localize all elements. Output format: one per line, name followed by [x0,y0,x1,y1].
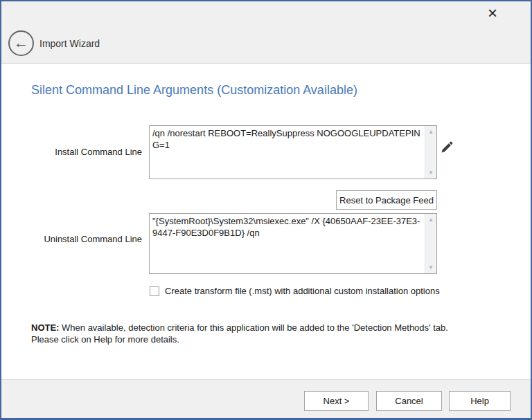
cancel-button[interactable]: Cancel [376,391,442,411]
transform-checkbox[interactable] [150,286,159,296]
scroll-up-icon[interactable]: ▲ [425,214,436,225]
note-text: NOTE: When available, detection criteria… [31,322,511,345]
edit-pencil-icon[interactable] [441,140,453,154]
transform-checkbox-label[interactable]: Create transform file (.mst) with additi… [165,286,440,296]
install-scrollbar[interactable]: ▲ ▼ [425,126,436,179]
page-title: Silent Command Line Arguments (Customiza… [31,83,357,98]
back-button[interactable]: ← [8,30,34,56]
install-command-label: Install Command Line [0,147,142,157]
note-line2: Please click on Help for more details. [31,334,179,345]
install-command-textbox[interactable]: /qn /norestart REBOOT=ReallySuppress NOG… [149,125,437,179]
uninstall-command-value[interactable]: "{SystemRoot}\System32\msiexec.exe" /X {… [150,214,425,273]
uninstall-command-textbox[interactable]: "{SystemRoot}\System32\msiexec.exe" /X {… [149,213,437,274]
help-button[interactable]: Help [449,391,511,411]
next-button[interactable]: Next > [304,391,369,411]
scroll-down-icon[interactable]: ▼ [425,167,436,178]
note-line1: When available, detection criteria for t… [59,322,447,333]
wizard-header: × ← Import Wizard [0,0,532,64]
uninstall-command-label: Uninstall Command Line [0,234,142,244]
reset-to-package-feed-button[interactable]: Reset to Package Feed [336,190,437,210]
import-wizard-dialog: × ← Import Wizard Silent Command Line Ar… [0,0,532,420]
scroll-down-icon[interactable]: ▼ [425,262,436,273]
install-command-value[interactable]: /qn /norestart REBOOT=ReallySuppress NOG… [150,126,425,179]
note-bold-prefix: NOTE: [31,322,59,333]
scroll-up-icon[interactable]: ▲ [425,127,436,137]
wizard-title: Import Wizard [39,38,100,49]
close-icon[interactable]: × [482,3,503,24]
back-arrow-icon: ← [14,35,28,50]
uninstall-scrollbar[interactable]: ▲ ▼ [425,214,436,273]
